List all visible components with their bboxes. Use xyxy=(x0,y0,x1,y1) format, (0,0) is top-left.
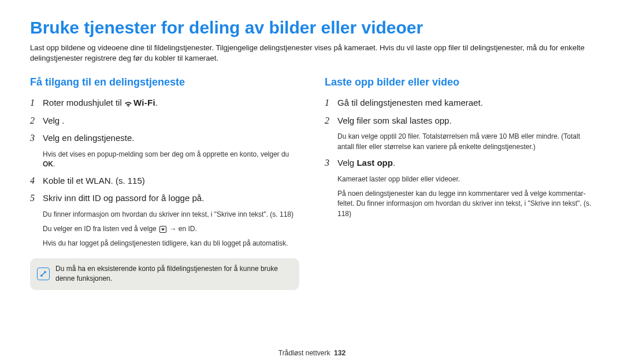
left-step-5-subtext-1: Du finner informasjon om hvordan du skri… xyxy=(43,210,299,220)
left-step-3-subtext: Hvis det vises en popup-melding som ber … xyxy=(43,150,299,170)
page-footer: Trådløst nettverk 132 xyxy=(0,349,624,357)
left-step-5: 5 Skriv inn ditt ID og passord for å log… xyxy=(30,192,299,205)
two-column-layout: Få tilgang til en delingstjeneste 1 Rote… xyxy=(30,76,594,289)
note-box: Du må ha en eksisterende konto på fildel… xyxy=(30,258,299,290)
right-step-3-text-a: Velg xyxy=(337,158,356,168)
step-number: 5 xyxy=(30,192,40,203)
left-step-2: 2 Velg . xyxy=(30,114,299,128)
note-icon xyxy=(37,268,50,280)
step-number: 4 xyxy=(30,175,40,186)
left-step-3-text: Velg en delingstjeneste. xyxy=(43,133,134,143)
step-number: 2 xyxy=(325,115,335,126)
left-step-1-post: . xyxy=(155,98,158,107)
left-step-5-subtext-2: Du velger en ID fra listen ved å velge →… xyxy=(43,224,299,234)
left-step-2-text: Velg . xyxy=(43,116,65,125)
page-title: Bruke tjenester for deling av bilder ell… xyxy=(30,17,594,38)
right-step-1-text: Gå til delingstjenesten med kameraet. xyxy=(337,98,483,107)
right-step-3-subtext-1: Kameraet laster opp bilder eller videoer… xyxy=(337,174,594,184)
right-step-2-text: Velg filer som skal lastes opp. xyxy=(337,116,452,125)
left-step-4-text: Koble til et WLAN. (s. 115) xyxy=(43,176,145,185)
step-number: 2 xyxy=(30,115,40,126)
step-number: 3 xyxy=(30,132,40,143)
note-text: Du må ha en eksisterende konto på fildel… xyxy=(55,265,278,283)
footer-page-number: 132 xyxy=(334,349,346,357)
right-step-2-subtext: Du kan velge opptil 20 filer. Totalstørr… xyxy=(337,132,594,152)
left-step-5-subtext-3: Hvis du har logget på delingstjenesten t… xyxy=(43,239,299,248)
left-step-1-pre: Roter modushjulet til xyxy=(43,98,124,107)
footer-section: Trådløst nettverk xyxy=(278,349,330,357)
right-step-3: 3 Velg Last opp. xyxy=(325,157,594,170)
left-step-3: 3 Velg en delingstjeneste. xyxy=(30,132,299,145)
left-column: Få tilgang til en delingstjeneste 1 Rote… xyxy=(30,76,299,289)
right-step-3-subtext-2: På noen delingstjenester kan du legge in… xyxy=(337,189,594,219)
step-number: 3 xyxy=(325,157,335,168)
manual-page: Bruke tjenester for deling av bilder ell… xyxy=(0,0,624,364)
left-step-1: 1 Roter modushjulet til Wi-Fi . xyxy=(30,96,299,110)
intro-paragraph: Last opp bildene og videoene dine til fi… xyxy=(30,43,594,64)
right-step-1: 1 Gå til delingstjenesten med kameraet. xyxy=(325,96,594,110)
right-step-2: 2 Velg filer som skal lastes opp. xyxy=(325,114,594,128)
right-step-3-text-c: . xyxy=(393,158,395,168)
right-step-3-text-b: Last opp xyxy=(356,158,393,168)
step-number: 1 xyxy=(30,97,40,108)
wifi-label: Wi-Fi xyxy=(133,96,155,110)
right-subheading: Laste opp bilder eller video xyxy=(325,76,594,88)
down-triangle-icon xyxy=(159,226,166,233)
right-column: Laste opp bilder eller video 1 Gå til de… xyxy=(325,76,594,289)
left-subheading: Få tilgang til en delingstjeneste xyxy=(30,76,299,88)
wifi-icon: Wi-Fi xyxy=(124,96,155,110)
left-step-4: 4 Koble til et WLAN. (s. 115) xyxy=(30,174,299,188)
step-number: 1 xyxy=(325,97,335,108)
left-step-5-text: Skriv inn ditt ID og passord for å logge… xyxy=(43,193,204,203)
